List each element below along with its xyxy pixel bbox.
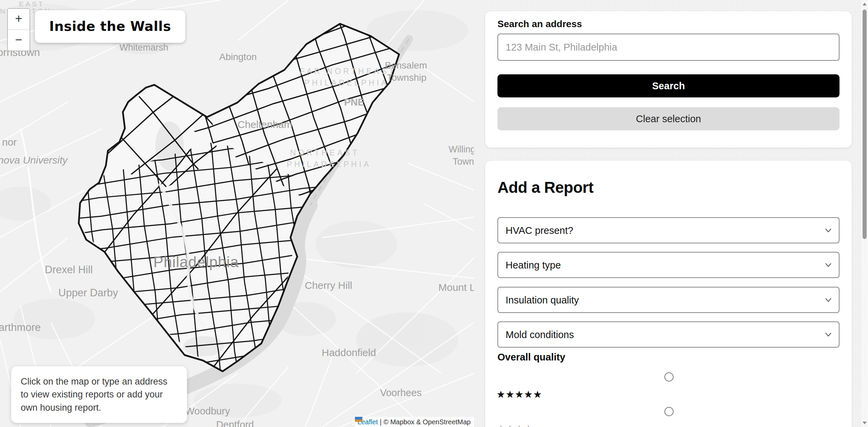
insulation-select-wrap: Insulation quality bbox=[497, 287, 839, 313]
mold-select-wrap: Mold conditions bbox=[497, 321, 839, 348]
map-label: Haddonfield bbox=[322, 347, 376, 358]
insulation-quality-select[interactable]: Insulation quality bbox=[497, 287, 839, 313]
map-label: Township bbox=[387, 73, 427, 83]
ukraine-flag-icon bbox=[355, 417, 362, 422]
heating-type-select[interactable]: Heating type bbox=[497, 252, 839, 278]
hvac-select-wrap: HVAC present? bbox=[497, 217, 839, 243]
map-label: Woodbury bbox=[185, 406, 230, 417]
map-label: PHILADELPHIA bbox=[287, 160, 371, 169]
four-star-icons: ★★★★ bbox=[496, 423, 533, 427]
add-report-heading: Add a Report bbox=[497, 178, 593, 197]
map-label: Deptford bbox=[216, 420, 254, 427]
map-label: PHILADELPHIA bbox=[304, 79, 389, 87]
address-input[interactable] bbox=[497, 34, 839, 61]
five-star-icons: ★★★★★ bbox=[496, 389, 542, 400]
attribution-separator: | bbox=[380, 418, 381, 426]
map-attribution: Leaflet | © Mapbox & OpenStreetMap bbox=[355, 417, 474, 427]
zoom-out-button[interactable]: − bbox=[8, 30, 30, 51]
search-card: Search an address Search Clear selection bbox=[485, 11, 852, 148]
map-label: Cherry Hill bbox=[305, 280, 352, 291]
map-label: Drexel Hill bbox=[45, 264, 93, 276]
map-label: EAST bbox=[19, 0, 44, 8]
map-label: Town bbox=[453, 157, 474, 167]
map-label: Mount Lau bbox=[438, 282, 474, 293]
map-label: Willing bbox=[449, 145, 474, 155]
zoom-control: + − bbox=[7, 8, 30, 51]
scroll-down-arrow-icon[interactable] bbox=[863, 422, 867, 424]
map-label: Voorhees bbox=[380, 388, 422, 398]
overall-quality-label: Overall quality bbox=[497, 352, 565, 363]
app-title: Inside the Walls bbox=[35, 10, 185, 43]
map-label: PNE bbox=[344, 97, 364, 108]
map-label: Upper Darby bbox=[58, 287, 118, 299]
heating-select-wrap: Heating type bbox=[497, 252, 839, 278]
map-label: nova University bbox=[0, 154, 68, 166]
attribution-credits: © Mapbox & OpenStreetMap bbox=[383, 418, 471, 426]
map-label: Cheltenham bbox=[238, 119, 293, 130]
rating-radio-4[interactable] bbox=[664, 407, 674, 416]
page-scrollbar[interactable] bbox=[861, 0, 868, 427]
scroll-up-arrow-icon[interactable] bbox=[863, 3, 867, 5]
map-label: arthmore bbox=[0, 322, 41, 333]
rating-radio-5[interactable] bbox=[664, 372, 674, 382]
zoom-in-button[interactable]: + bbox=[8, 9, 30, 30]
scrollbar-thumb[interactable] bbox=[863, 10, 867, 239]
app-root: EAST NORRITON orristown Whitemarsh Abing… bbox=[0, 0, 868, 427]
map-instruction-tooltip: Click on the map or type an address to v… bbox=[11, 366, 187, 423]
map-label: Whitemarsh bbox=[119, 43, 168, 53]
map-label: nor bbox=[2, 136, 17, 148]
add-report-card: Add a Report HVAC present? Heating type bbox=[485, 161, 852, 427]
map-label: Abington bbox=[219, 52, 257, 62]
search-button[interactable]: Search bbox=[497, 74, 839, 97]
mold-conditions-select[interactable]: Mold conditions bbox=[497, 321, 839, 348]
clear-selection-button[interactable]: Clear selection bbox=[497, 107, 839, 130]
map-label: Bensalem bbox=[385, 60, 427, 71]
search-heading: Search an address bbox=[497, 19, 582, 30]
map-label: NORTHEAST bbox=[290, 149, 359, 157]
leaflet-map[interactable]: EAST NORRITON orristown Whitemarsh Abing… bbox=[0, 0, 474, 427]
hvac-select[interactable]: HVAC present? bbox=[497, 217, 839, 243]
sidebar: Search an address Search Clear selection… bbox=[474, 0, 861, 427]
map-label: FAR NORTHEAST bbox=[300, 67, 396, 76]
map-label-philadelphia: Philadelphia bbox=[153, 254, 239, 270]
